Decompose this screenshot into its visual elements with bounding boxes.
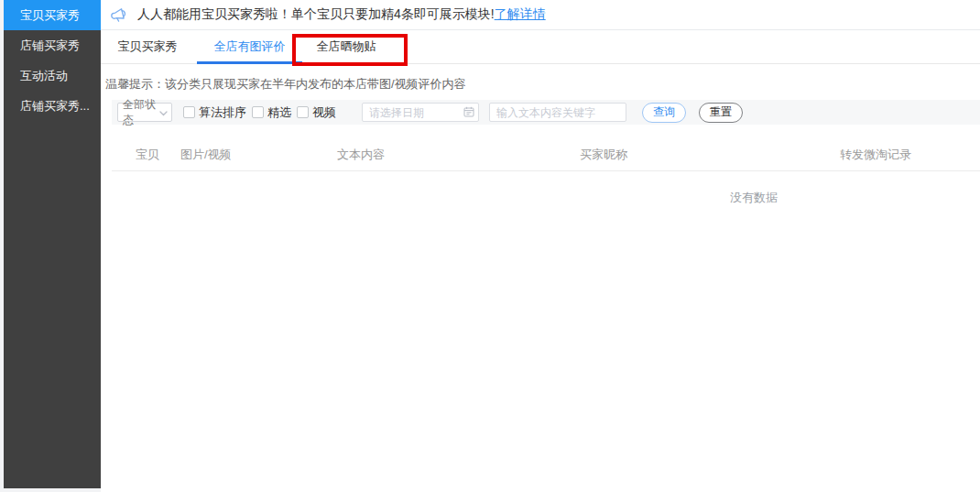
algorithm-sort-checkbox[interactable]: 算法排序 <box>183 104 246 121</box>
megaphone-icon <box>109 5 131 24</box>
date-input[interactable] <box>362 103 479 122</box>
filter-bar: 全部状态 算法排序 精选 视频 <box>112 100 980 125</box>
sidebar-item-product-buyer-show[interactable]: 宝贝买家秀 <box>4 0 101 30</box>
video-checkbox[interactable]: 视频 <box>297 104 336 121</box>
checkbox-box <box>252 106 264 118</box>
column-header-product: 宝贝 <box>136 147 159 163</box>
column-header-weitao-forward: 转发微淘记录 <box>840 147 911 163</box>
chevron-down-icon <box>159 106 168 119</box>
status-select-value: 全部状态 <box>123 97 159 128</box>
date-picker <box>362 103 479 122</box>
table-header-divider <box>112 170 980 171</box>
calendar-icon <box>463 106 474 120</box>
sidebar-item-shop-buyer-show[interactable]: 店铺买家秀 <box>4 30 101 60</box>
empty-state-text: 没有数据 <box>730 190 778 206</box>
keyword-input[interactable] <box>489 103 626 122</box>
query-button[interactable]: 查询 <box>642 103 686 123</box>
column-header-buyer-nickname: 买家昵称 <box>580 147 627 163</box>
checkbox-box <box>297 106 309 118</box>
column-header-image-video: 图片/视频 <box>180 147 232 163</box>
checkbox-label: 视频 <box>312 104 336 121</box>
tab-shop-photo-reviews[interactable]: 全店有图评价 <box>197 30 302 64</box>
column-header-text-content: 文本内容 <box>337 147 385 163</box>
sidebar-item-shop-buyer-show-truncated[interactable]: 店铺买家秀... <box>4 91 101 121</box>
reset-button[interactable]: 重置 <box>699 103 743 123</box>
checkbox-label: 精选 <box>267 104 291 121</box>
sidebar: 宝贝买家秀 店铺买家秀 互动活动 店铺买家秀... <box>4 0 101 488</box>
tab-bar: 宝贝买家秀 全店有图评价 全店晒物贴 <box>101 30 980 64</box>
notice-text: 人人都能用宝贝买家秀啦！单个宝贝只要加精4条即可展示模块! <box>137 6 495 23</box>
learn-more-link[interactable]: 了解详情 <box>495 6 546 23</box>
featured-checkbox[interactable]: 精选 <box>252 104 291 121</box>
sidebar-item-interactive-activity[interactable]: 互动活动 <box>4 60 101 91</box>
buyer-show-admin-page: 宝贝买家秀 店铺买家秀 互动活动 店铺买家秀... 人人都能用宝贝买家秀啦！单个… <box>0 0 980 492</box>
tab-shop-show-posts[interactable]: 全店晒物贴 <box>316 30 376 64</box>
page-bottom-gutter <box>0 488 101 492</box>
status-select[interactable]: 全部状态 <box>117 103 172 122</box>
tab-product-buyer-show[interactable]: 宝贝买家秀 <box>117 30 178 64</box>
checkbox-label: 算法排序 <box>199 104 246 121</box>
hint-text: 温馨提示：该分类只展现买家在半年内发布的本店带图/视频评价内容 <box>105 76 466 93</box>
notice-bar: 人人都能用宝贝买家秀啦！单个宝贝只要加精4条即可展示模块! 了解详情 <box>101 0 980 30</box>
main-content: 人人都能用宝贝买家秀啦！单个宝贝只要加精4条即可展示模块! 了解详情 宝贝买家秀… <box>101 0 980 492</box>
checkbox-box <box>183 106 195 118</box>
